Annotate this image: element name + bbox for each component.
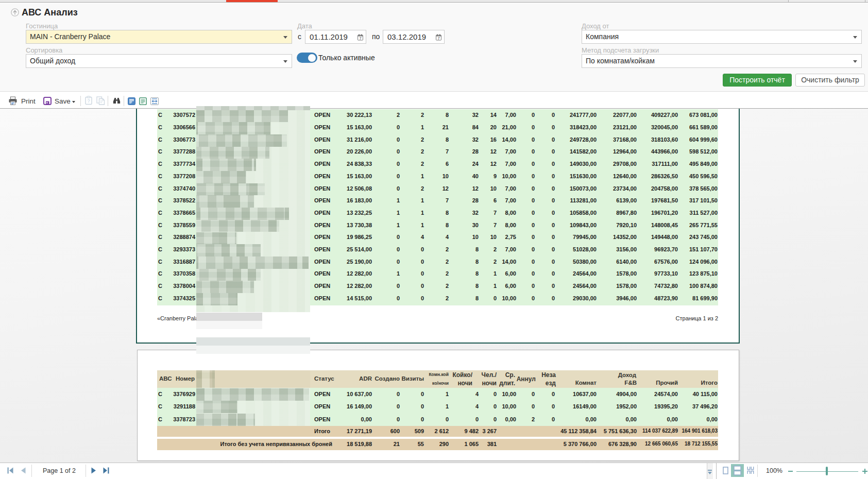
svg-text:7: 7 (437, 36, 439, 41)
svg-text:?: ? (87, 98, 90, 104)
svg-text:7: 7 (359, 36, 361, 41)
